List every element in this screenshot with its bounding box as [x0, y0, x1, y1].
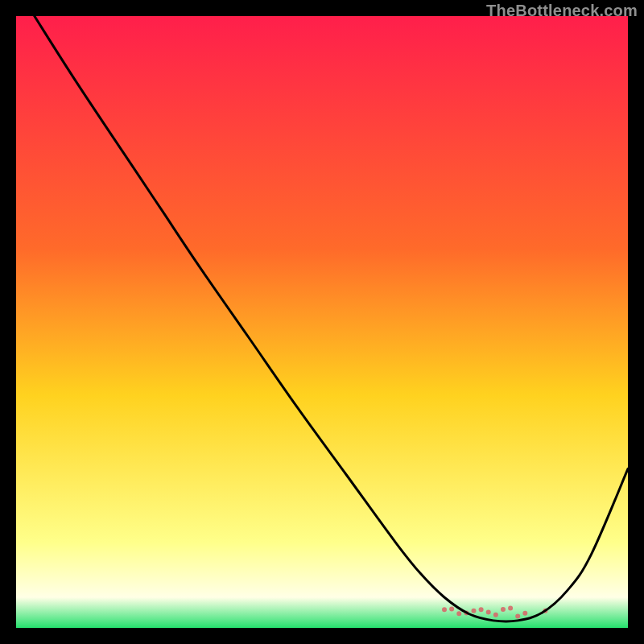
watermark-text: TheBottleneck.com — [486, 2, 638, 20]
chart-frame: TheBottleneck.com — [0, 0, 644, 644]
chart-plot — [16, 16, 628, 628]
gradient-background — [16, 16, 628, 628]
chart-svg — [16, 16, 628, 628]
